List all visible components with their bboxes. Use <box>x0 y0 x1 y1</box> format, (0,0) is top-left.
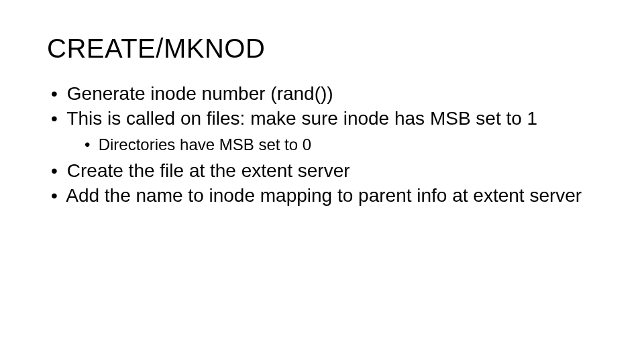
bullet-text: Directories have MSB set to 0 <box>99 135 311 154</box>
bullet-text: Create the file at the extent server <box>67 160 350 181</box>
bullet-text: Add the name to inode mapping to parent … <box>66 185 582 206</box>
list-item: Generate inode number (rand()) <box>47 82 604 105</box>
slide-title: CREATE/MKNOD <box>47 34 604 63</box>
list-item: This is called on files: make sure inode… <box>47 107 604 155</box>
sub-bullet-list: Directories have MSB set to 0 <box>80 134 604 155</box>
list-item: Create the file at the extent server <box>47 159 604 182</box>
slide: CREATE/MKNOD Generate inode number (rand… <box>0 0 644 362</box>
list-item: Directories have MSB set to 0 <box>80 134 604 155</box>
bullet-text: This is called on files: make sure inode… <box>66 108 537 129</box>
bullet-list: Generate inode number (rand()) This is c… <box>47 82 604 207</box>
list-item: Add the name to inode mapping to parent … <box>47 184 604 207</box>
bullet-text: Generate inode number (rand()) <box>67 83 333 104</box>
